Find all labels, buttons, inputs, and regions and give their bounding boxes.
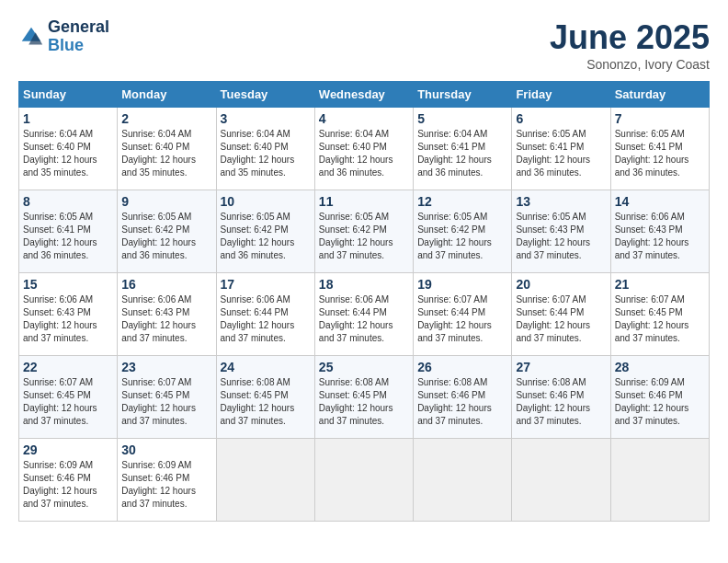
calendar-cell: 8 Sunrise: 6:05 AM Sunset: 6:41 PM Dayli… <box>19 190 118 273</box>
calendar-cell: 30 Sunrise: 6:09 AM Sunset: 6:46 PM Dayl… <box>118 439 216 522</box>
calendar-cell: 20 Sunrise: 6:07 AM Sunset: 6:44 PM Dayl… <box>512 273 610 356</box>
weekday-header-friday: Friday <box>512 82 610 108</box>
calendar-cell: 12 Sunrise: 6:05 AM Sunset: 6:42 PM Dayl… <box>414 190 512 273</box>
calendar-cell: 15 Sunrise: 6:06 AM Sunset: 6:43 PM Dayl… <box>19 273 118 356</box>
calendar-cell: 23 Sunrise: 6:07 AM Sunset: 6:45 PM Dayl… <box>118 356 216 439</box>
month-title: June 2025 <box>550 18 710 57</box>
calendar-cell: 25 Sunrise: 6:08 AM Sunset: 6:45 PM Dayl… <box>314 356 413 439</box>
calendar-cell: 22 Sunrise: 6:07 AM Sunset: 6:45 PM Dayl… <box>19 356 118 439</box>
weekday-header-tuesday: Tuesday <box>216 82 314 108</box>
calendar-week-2: 8 Sunrise: 6:05 AM Sunset: 6:41 PM Dayli… <box>19 190 710 273</box>
logo-text: General Blue <box>48 18 109 55</box>
calendar-cell: 16 Sunrise: 6:06 AM Sunset: 6:43 PM Dayl… <box>118 273 216 356</box>
day-info: Sunrise: 6:08 AM Sunset: 6:45 PM Dayligh… <box>319 376 409 428</box>
day-number: 1 <box>23 111 113 126</box>
calendar-cell: 6 Sunrise: 6:05 AM Sunset: 6:41 PM Dayli… <box>512 108 610 190</box>
calendar-cell: 11 Sunrise: 6:05 AM Sunset: 6:42 PM Dayl… <box>314 190 413 273</box>
day-info: Sunrise: 6:06 AM Sunset: 6:44 PM Dayligh… <box>221 293 311 345</box>
day-number: 27 <box>516 360 606 374</box>
day-info: Sunrise: 6:05 AM Sunset: 6:42 PM Dayligh… <box>121 211 211 262</box>
day-info: Sunrise: 6:06 AM Sunset: 6:43 PM Dayligh… <box>23 293 113 345</box>
calendar-table: SundayMondayTuesdayWednesdayThursdayFrid… <box>18 81 710 522</box>
calendar-cell: 7 Sunrise: 6:05 AM Sunset: 6:41 PM Dayli… <box>610 108 709 190</box>
day-info: Sunrise: 6:07 AM Sunset: 6:45 PM Dayligh… <box>23 376 113 428</box>
day-number: 13 <box>516 194 606 209</box>
calendar-week-5: 29 Sunrise: 6:09 AM Sunset: 6:46 PM Dayl… <box>19 439 710 522</box>
day-info: Sunrise: 6:04 AM Sunset: 6:40 PM Dayligh… <box>319 128 409 179</box>
day-number: 25 <box>319 360 409 374</box>
day-number: 14 <box>615 194 705 209</box>
day-number: 12 <box>417 194 507 209</box>
weekday-header-sunday: Sunday <box>19 82 118 108</box>
calendar-cell: 4 Sunrise: 6:04 AM Sunset: 6:40 PM Dayli… <box>314 108 413 190</box>
day-info: Sunrise: 6:05 AM Sunset: 6:43 PM Dayligh… <box>516 211 606 262</box>
day-number: 30 <box>121 442 211 457</box>
day-number: 18 <box>319 277 409 292</box>
calendar-cell: 19 Sunrise: 6:07 AM Sunset: 6:44 PM Dayl… <box>414 273 512 356</box>
title-block: June 2025 Sononzo, Ivory Coast <box>550 18 710 72</box>
calendar-cell <box>414 439 512 522</box>
day-info: Sunrise: 6:09 AM Sunset: 6:46 PM Dayligh… <box>23 459 113 511</box>
day-number: 17 <box>221 277 311 292</box>
day-info: Sunrise: 6:09 AM Sunset: 6:46 PM Dayligh… <box>121 459 211 511</box>
day-info: Sunrise: 6:05 AM Sunset: 6:42 PM Dayligh… <box>319 211 409 262</box>
day-info: Sunrise: 6:04 AM Sunset: 6:40 PM Dayligh… <box>221 128 311 179</box>
day-number: 11 <box>319 194 409 209</box>
day-info: Sunrise: 6:06 AM Sunset: 6:43 PM Dayligh… <box>615 211 705 262</box>
calendar-cell: 21 Sunrise: 6:07 AM Sunset: 6:45 PM Dayl… <box>610 273 709 356</box>
calendar-cell: 18 Sunrise: 6:06 AM Sunset: 6:44 PM Dayl… <box>314 273 413 356</box>
calendar-cell <box>610 439 709 522</box>
day-info: Sunrise: 6:05 AM Sunset: 6:41 PM Dayligh… <box>516 128 606 179</box>
day-info: Sunrise: 6:04 AM Sunset: 6:40 PM Dayligh… <box>23 128 113 179</box>
calendar-cell: 17 Sunrise: 6:06 AM Sunset: 6:44 PM Dayl… <box>216 273 314 356</box>
day-info: Sunrise: 6:05 AM Sunset: 6:42 PM Dayligh… <box>417 211 507 262</box>
day-info: Sunrise: 6:04 AM Sunset: 6:40 PM Dayligh… <box>121 128 211 179</box>
weekday-header-monday: Monday <box>118 82 216 108</box>
day-number: 21 <box>615 277 705 292</box>
calendar-cell: 13 Sunrise: 6:05 AM Sunset: 6:43 PM Dayl… <box>512 190 610 273</box>
weekday-header-wednesday: Wednesday <box>314 82 413 108</box>
day-info: Sunrise: 6:06 AM Sunset: 6:44 PM Dayligh… <box>319 293 409 345</box>
calendar-week-4: 22 Sunrise: 6:07 AM Sunset: 6:45 PM Dayl… <box>19 356 710 439</box>
day-number: 19 <box>417 277 507 292</box>
day-number: 15 <box>23 277 113 292</box>
day-number: 2 <box>121 111 211 126</box>
day-info: Sunrise: 6:07 AM Sunset: 6:45 PM Dayligh… <box>615 293 705 345</box>
day-number: 22 <box>23 360 113 374</box>
day-number: 16 <box>121 277 211 292</box>
day-info: Sunrise: 6:08 AM Sunset: 6:46 PM Dayligh… <box>417 376 507 428</box>
calendar-cell: 9 Sunrise: 6:05 AM Sunset: 6:42 PM Dayli… <box>118 190 216 273</box>
day-info: Sunrise: 6:06 AM Sunset: 6:43 PM Dayligh… <box>121 293 211 345</box>
day-info: Sunrise: 6:04 AM Sunset: 6:41 PM Dayligh… <box>417 128 507 179</box>
day-number: 8 <box>23 194 113 209</box>
calendar-cell: 24 Sunrise: 6:08 AM Sunset: 6:45 PM Dayl… <box>216 356 314 439</box>
calendar-cell <box>512 439 610 522</box>
calendar-cell: 27 Sunrise: 6:08 AM Sunset: 6:46 PM Dayl… <box>512 356 610 439</box>
calendar-cell: 2 Sunrise: 6:04 AM Sunset: 6:40 PM Dayli… <box>118 108 216 190</box>
day-number: 28 <box>615 360 705 374</box>
page-header: General Blue June 2025 Sononzo, Ivory Co… <box>18 18 710 72</box>
calendar-cell: 1 Sunrise: 6:04 AM Sunset: 6:40 PM Dayli… <box>19 108 118 190</box>
calendar-cell: 3 Sunrise: 6:04 AM Sunset: 6:40 PM Dayli… <box>216 108 314 190</box>
day-number: 7 <box>615 111 705 126</box>
day-number: 5 <box>417 111 507 126</box>
day-number: 4 <box>319 111 409 126</box>
calendar-cell: 29 Sunrise: 6:09 AM Sunset: 6:46 PM Dayl… <box>19 439 118 522</box>
weekday-header-thursday: Thursday <box>414 82 512 108</box>
day-info: Sunrise: 6:05 AM Sunset: 6:42 PM Dayligh… <box>221 211 311 262</box>
calendar-cell: 28 Sunrise: 6:09 AM Sunset: 6:46 PM Dayl… <box>610 356 709 439</box>
day-number: 9 <box>121 194 211 209</box>
day-info: Sunrise: 6:05 AM Sunset: 6:41 PM Dayligh… <box>615 128 705 179</box>
day-number: 3 <box>221 111 311 126</box>
location-subtitle: Sononzo, Ivory Coast <box>550 57 710 72</box>
day-number: 24 <box>221 360 311 374</box>
calendar-cell: 10 Sunrise: 6:05 AM Sunset: 6:42 PM Dayl… <box>216 190 314 273</box>
weekday-header-saturday: Saturday <box>610 82 709 108</box>
day-info: Sunrise: 6:07 AM Sunset: 6:44 PM Dayligh… <box>417 293 507 345</box>
day-info: Sunrise: 6:08 AM Sunset: 6:45 PM Dayligh… <box>221 376 311 428</box>
calendar-cell: 5 Sunrise: 6:04 AM Sunset: 6:41 PM Dayli… <box>414 108 512 190</box>
calendar-cell: 14 Sunrise: 6:06 AM Sunset: 6:43 PM Dayl… <box>610 190 709 273</box>
day-number: 20 <box>516 277 606 292</box>
logo: General Blue <box>18 18 109 55</box>
calendar-cell <box>314 439 413 522</box>
